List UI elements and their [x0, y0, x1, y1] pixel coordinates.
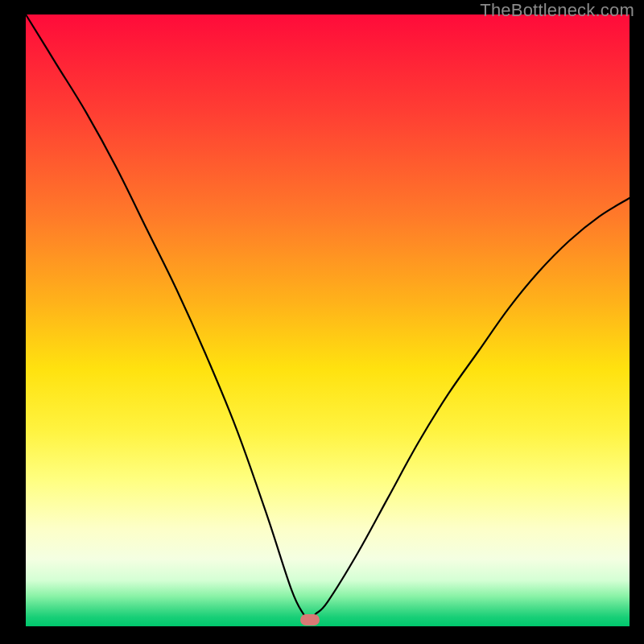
optimum-marker	[300, 614, 320, 625]
plot-area	[26, 14, 630, 626]
chart-frame: TheBottleneck.com	[0, 0, 644, 644]
watermark-text: TheBottleneck.com	[480, 0, 634, 21]
bottleneck-curve	[26, 14, 630, 626]
